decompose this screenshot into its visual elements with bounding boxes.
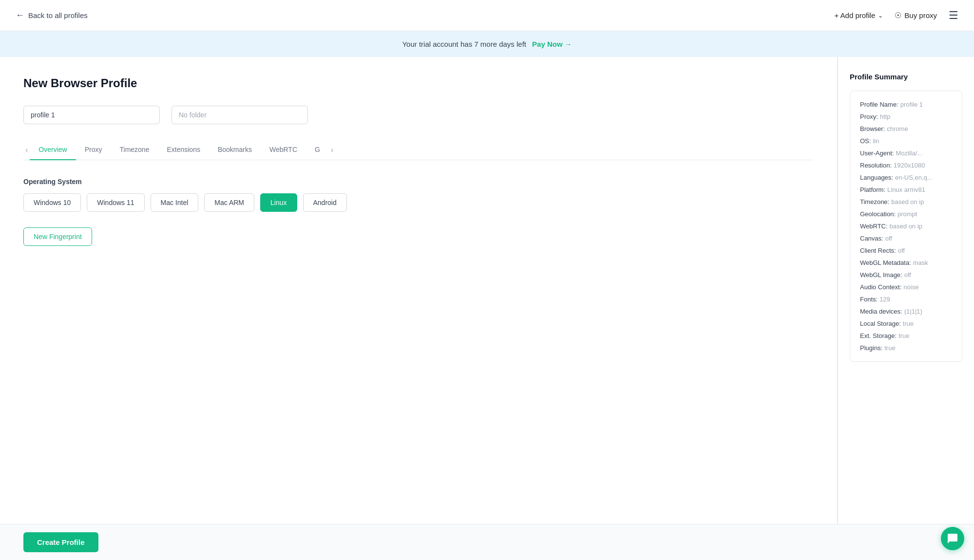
profile-summary-sidebar: Profile Summary Profile Name:profile 1Pr… [838,57,974,560]
summary-row: Languages:en-US,en,q... [860,174,952,181]
back-arrow-icon: ← [16,10,24,20]
summary-val: off [904,271,911,279]
summary-key: Ext. Storage: [860,332,897,339]
tab-next-button[interactable]: › [329,142,335,158]
summary-key: Languages: [860,174,893,181]
summary-key: Geolocation: [860,210,896,218]
add-profile-label: + Add profile [834,11,875,19]
content-area: New Browser Profile ‹ Overview Proxy Tim… [0,57,838,560]
summary-val: (1|1|1) [904,308,922,315]
summary-val: off [898,247,905,254]
summary-val: true [884,344,895,352]
os-buttons: Windows 10 Windows 11 Mac Intel Mac ARM … [23,193,814,212]
top-nav: ← Back to all profiles + Add profile ⌄ ☉… [0,0,974,31]
summary-val: true [898,332,909,339]
summary-row: Canvas:off [860,235,952,242]
os-section-label: Operating System [23,178,814,186]
buy-proxy-label: Buy proxy [904,11,937,19]
create-profile-button[interactable]: Create Profile [23,532,98,552]
summary-val: prompt [898,210,917,218]
pay-now-label: Pay Now [532,40,563,48]
chat-bubble-button[interactable] [941,527,964,550]
summary-row: Local Storage:true [860,320,952,327]
summary-row: Browser:chrome [860,125,952,132]
new-fingerprint-button[interactable]: New Fingerprint [23,227,92,246]
hamburger-icon[interactable]: ☰ [949,9,958,22]
summary-row: WebGL Image:off [860,271,952,279]
summary-row: WebRTC:based on ip [860,223,952,230]
summary-key: Local Storage: [860,320,901,327]
page-title: New Browser Profile [23,76,814,90]
summary-val: off [885,235,892,242]
summary-key: Browser: [860,125,885,132]
summary-val: profile 1 [900,101,923,108]
summary-val: Linux armv81 [887,186,925,193]
tab-g[interactable]: G [306,140,329,160]
summary-row: User-Agent:Mozilla/... [860,149,952,157]
tab-proxy[interactable]: Proxy [76,140,111,160]
summary-val: based on ip [891,198,924,205]
tab-overview[interactable]: Overview [30,140,76,160]
os-btn-macarm[interactable]: Mac ARM [204,193,254,212]
os-btn-win10[interactable]: Windows 10 [23,193,81,212]
summary-row: Fonts:129 [860,296,952,303]
folder-input[interactable] [172,106,308,124]
tabs: ‹ Overview Proxy Timezone Extensions Boo… [23,140,814,160]
os-btn-win11[interactable]: Windows 11 [87,193,144,212]
summary-val: Mozilla/... [896,149,922,157]
summary-val: lin [873,137,879,145]
summary-row: Client Rects:off [860,247,952,254]
tab-bookmarks[interactable]: Bookmarks [209,140,261,160]
summary-key: Client Rects: [860,247,896,254]
summary-val: http [880,113,891,120]
tab-extensions[interactable]: Extensions [158,140,209,160]
summary-row: OS:lin [860,137,952,145]
summary-val: 1920x1080 [894,162,925,169]
summary-key: Resolution: [860,162,892,169]
add-profile-button[interactable]: + Add profile ⌄ [834,11,883,19]
summary-row: Ext. Storage:true [860,332,952,339]
summary-val: based on ip [890,223,922,230]
summary-val: 129 [879,296,890,303]
summary-key: WebRTC: [860,223,888,230]
buy-proxy-button[interactable]: ☉ Buy proxy [895,11,937,20]
pay-now-link[interactable]: Pay Now → [532,40,572,48]
summary-val: en-US,en,q... [895,174,933,181]
summary-row: Resolution:1920x1080 [860,162,952,169]
form-row [23,106,814,124]
summary-key: WebGL Image: [860,271,902,279]
chevron-down-icon: ⌄ [878,12,883,19]
summary-row: Plugins:true [860,344,952,352]
summary-key: User-Agent: [860,149,894,157]
tab-prev-button[interactable]: ‹ [23,142,30,158]
summary-key: Fonts: [860,296,878,303]
tab-webrtc[interactable]: WebRTC [261,140,306,160]
summary-row: WebGL Metadata:mask [860,259,952,266]
summary-key: Profile Name: [860,101,898,108]
summary-key: Proxy: [860,113,878,120]
os-btn-linux[interactable]: Linux [260,193,297,212]
tab-timezone[interactable]: Timezone [111,140,158,160]
nav-right: + Add profile ⌄ ☉ Buy proxy ☰ [834,9,958,22]
os-btn-android[interactable]: Android [303,193,347,212]
summary-row: Profile Name:profile 1 [860,101,952,108]
back-label: Back to all profiles [28,11,88,19]
summary-val: mask [913,259,928,266]
summary-key: Canvas: [860,235,883,242]
summary-row: Platform:Linux armv81 [860,186,952,193]
os-section: Operating System Windows 10 Windows 11 M… [23,178,814,246]
chat-icon [947,533,958,544]
summary-key: Platform: [860,186,885,193]
profile-name-input[interactable] [23,106,160,124]
summary-key: OS: [860,137,871,145]
summary-title: Profile Summary [850,73,962,81]
trial-text: Your trial account has 7 more days left [402,40,526,48]
os-btn-macintel[interactable]: Mac Intel [151,193,199,212]
summary-val: true [903,320,914,327]
summary-key: Media devices: [860,308,902,315]
summary-val: noise [903,283,918,291]
summary-key: WebGL Metadata: [860,259,911,266]
summary-row: Audio Context:noise [860,283,952,291]
back-to-profiles-link[interactable]: ← Back to all profiles [16,10,88,20]
globe-icon: ☉ [895,11,901,20]
